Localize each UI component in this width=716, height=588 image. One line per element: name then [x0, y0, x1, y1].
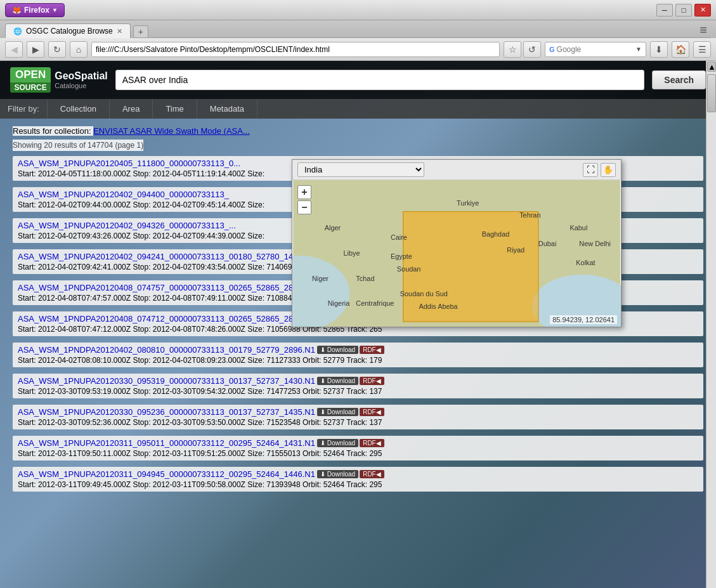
close-button[interactable]: ✕	[694, 4, 711, 16]
map-zoom-in-button[interactable]: +	[297, 185, 311, 199]
filter-area-tab[interactable]: Area	[110, 99, 153, 119]
download-badge-11[interactable]: ⬇ Download	[317, 470, 358, 478]
stop-val-3: 2012-04-02T09:44:39.000Z	[153, 232, 245, 240]
result-link-8[interactable]: ASA_WSM_1PNUPA20120330_095319_0000007331…	[18, 376, 315, 386]
downloads-button[interactable]: ⬇	[650, 41, 668, 58]
svg-text:Turkiye: Turkiye	[457, 199, 479, 207]
list-item: ASA_WSM_1PNDPA20120402_080810_0000007331…	[13, 343, 703, 367]
result-link-4[interactable]: ASA_WSM_1PNUPA20120402_094241_0000007331…	[18, 252, 315, 261]
rdf-badge-8[interactable]: RDF◀	[360, 377, 384, 385]
address-bar[interactable]	[91, 42, 500, 57]
result-link-6[interactable]: ASA_WSM_1PNDPA20120408_074712_0000007331…	[18, 314, 315, 323]
maximize-button[interactable]: □	[675, 4, 692, 16]
scroll-thumb[interactable]	[707, 74, 716, 112]
svg-text:Kolkat: Kolkat	[576, 259, 595, 266]
map-body: Turkiye Tehran Baghdad Riyad Dubai Kabul…	[292, 180, 621, 327]
result-meta-7: Start: 2012-04-02T08:08:10.000Z Stop: 20…	[18, 356, 698, 365]
result-link-5[interactable]: ASA_WSM_1PNDPA20120408_074757_0000007331…	[18, 283, 315, 292]
rdf-badge-11[interactable]: RDF◀	[360, 470, 384, 478]
svg-text:Tchad: Tchad	[356, 275, 374, 282]
start-val-3: 2012-04-02T09:43:26.000Z	[38, 232, 131, 240]
result-link-11[interactable]: ASA_WSM_1PNUPA20120311_094945_0000007331…	[18, 469, 315, 479]
filter-metadata-tab[interactable]: Metadata	[197, 99, 257, 119]
back-button[interactable]: ◀	[5, 41, 23, 58]
map-zoom-out-button[interactable]: −	[297, 200, 311, 214]
svg-text:Dubai: Dubai	[538, 240, 556, 247]
region-selector[interactable]: India	[297, 162, 424, 177]
firefox-label: Firefox	[24, 6, 49, 15]
main-search-input[interactable]	[115, 70, 645, 90]
new-tab-button[interactable]: +	[133, 25, 148, 38]
results-header: Results for collection: ENVISAT ASAR Wid…	[13, 126, 703, 136]
filter-collection-tab[interactable]: Collection	[48, 99, 110, 119]
tab-title: OSGC Catalogue Browse	[26, 27, 113, 36]
logo-catalogue: Catalogue	[55, 82, 108, 89]
download-badge-7[interactable]: ⬇ Download	[317, 346, 358, 354]
home-nav-button[interactable]: 🏠	[672, 41, 689, 58]
stop-val-1: 2012-04-05T11:19:14.400Z	[153, 169, 245, 178]
result-meta-10: Start: 2012-03-11T09:50:11.000Z Stop: 20…	[18, 449, 698, 458]
list-item: ASA_WSM_1PNUPA20120311_094945_0000007331…	[13, 467, 703, 492]
result-link-1[interactable]: ASA_WSM_1PNUPA20120405_111800_0000007331…	[18, 159, 240, 168]
active-tab[interactable]: 🌐 OSGC Catalogue Browse ✕	[5, 23, 131, 38]
minimize-button[interactable]: ─	[656, 4, 673, 16]
home-button[interactable]: ⌂	[70, 41, 88, 58]
tab-close-button[interactable]: ✕	[117, 27, 122, 36]
content-area: OPEN SOURCE GeoSpatial Catalogue Search …	[0, 61, 716, 588]
site-logo: OPEN SOURCE GeoSpatial Catalogue	[10, 67, 108, 93]
stop-label: Stop:	[133, 169, 152, 178]
map-fullscreen-button[interactable]: ⛶	[583, 163, 598, 177]
tab-list-button[interactable]: ≡	[696, 23, 711, 38]
reload-button[interactable]: ↻	[48, 41, 66, 58]
result-link-7[interactable]: ASA_WSM_1PNDPA20120402_080810_0000007331…	[18, 345, 315, 355]
download-badge-10[interactable]: ⬇ Download	[317, 439, 358, 447]
list-item: ASA_WSM_1PNUPA20120311_095011_0000007331…	[13, 436, 703, 461]
svg-text:Kabul: Kabul	[570, 224, 587, 232]
result-meta-8: Start: 2012-03-30T09:53:19.000Z Stop: 20…	[18, 387, 698, 396]
svg-text:Soudan du Sud: Soudan du Sud	[400, 290, 448, 297]
result-link-9[interactable]: ASA_WSM_1PNUPA20120330_095236_0000007331…	[18, 407, 315, 417]
firefox-logo: 🦊	[12, 6, 22, 15]
filter-label: Filter by:	[0, 99, 48, 119]
download-badge-8[interactable]: ⬇ Download	[317, 377, 358, 385]
tab-bar: 🌐 OSGC Catalogue Browse ✕ + ≡	[0, 20, 716, 38]
bookmark-button[interactable]: ☆	[504, 41, 521, 58]
result-link-3[interactable]: ASA_WSM_1PNUPA20120402_094326_0000007331…	[18, 221, 236, 230]
download-badge-9[interactable]: ⬇ Download	[317, 408, 358, 416]
results-count: Showing 20 results of 147704 (page 1)	[13, 140, 143, 151]
map-svg: Turkiye Tehran Baghdad Riyad Dubai Kabul…	[292, 180, 621, 327]
stop-label-3: Stop:	[133, 232, 152, 240]
filter-time-tab[interactable]: Time	[153, 99, 197, 119]
refresh-button[interactable]: ↺	[523, 41, 541, 58]
svg-text:Egypte: Egypte	[391, 252, 412, 260]
map-header: India ⛶ ✋	[292, 160, 621, 180]
result-link-10[interactable]: ASA_WSM_1PNUPA20120311_095011_0000007331…	[18, 438, 315, 448]
start-label: Start:	[18, 169, 38, 178]
forward-button[interactable]: ▶	[27, 41, 44, 58]
scroll-up-button[interactable]: ▲	[707, 62, 716, 72]
result-meta-11: Start: 2012-03-11T09:49:45.000Z Stop: 20…	[18, 480, 698, 489]
result-link-2[interactable]: ASA_WSM_1PNUPA20120402_094400_0000007331…	[18, 190, 229, 199]
list-item: ASA_WSM_1PNUPA20120330_095236_0000007331…	[13, 405, 703, 429]
rdf-badge-10[interactable]: RDF◀	[360, 439, 384, 447]
size-label-3: Size:	[247, 232, 264, 240]
firefox-menu-button[interactable]: 🦊 Firefox ▼	[5, 3, 65, 17]
collection-link[interactable]: ENVISAT ASAR Wide Swath Mode (ASA...	[93, 126, 250, 136]
browser-window: 🦊 Firefox ▼ ─ □ ✕ 🌐 OSGC Catalogue Brows…	[0, 0, 716, 588]
rdf-badge-7[interactable]: RDF◀	[360, 346, 384, 354]
start-label-3: Start:	[18, 232, 38, 240]
menu-button[interactable]: ☰	[693, 41, 711, 58]
rdf-badge-9[interactable]: RDF◀	[360, 408, 384, 416]
svg-text:Alger: Alger	[325, 224, 341, 232]
map-pointer-button[interactable]: ✋	[601, 163, 616, 177]
map-overlay: India ⛶ ✋	[292, 159, 622, 327]
svg-text:Addis Abeba: Addis Abeba	[419, 303, 459, 310]
svg-text:Baghdad: Baghdad	[482, 230, 510, 238]
browser-search-input[interactable]	[557, 45, 636, 54]
main-search-button[interactable]: Search	[652, 70, 706, 89]
stop-val-2: 2012-04-02T09:45:14.400Z	[153, 200, 245, 209]
svg-text:Nigeria: Nigeria	[328, 299, 350, 307]
tab-favicon: 🌐	[13, 27, 22, 36]
scrollbar[interactable]: ▲	[706, 61, 716, 588]
size-label: Size:	[247, 169, 264, 178]
